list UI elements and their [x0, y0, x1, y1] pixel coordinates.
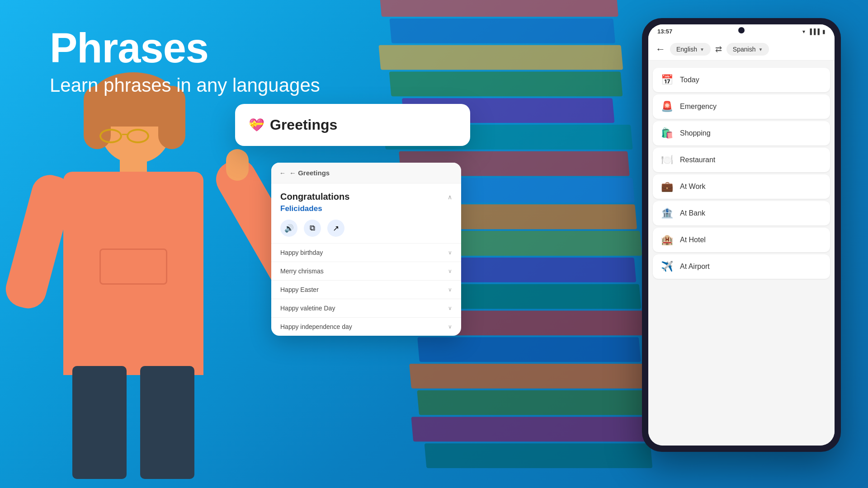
chevron-icon: ∨	[448, 324, 452, 330]
lang-from-label: English	[676, 46, 697, 53]
restaurant-label: Restaurant	[680, 156, 715, 164]
swap-languages-button[interactable]: ⇄	[715, 44, 722, 54]
chevron-icon: ∨	[448, 268, 452, 274]
emergency-icon: 🚨	[660, 101, 674, 113]
phone-nav-bar: ← English ▼ ⇄ Spanish ▼	[648, 38, 835, 61]
congratulations-section: Congratulations ∧ Felicidades 🔊 ⧉ ↗	[271, 183, 461, 243]
hero-text-area: Phrases Learn phrases in any languages	[50, 27, 320, 98]
expand-icon[interactable]: ∧	[448, 193, 452, 201]
phrase-actions: 🔊 ⧉ ↗	[280, 220, 452, 237]
list-item[interactable]: Merry chrismas ∨	[271, 262, 461, 280]
phrase-header-row: Congratulations ∧	[280, 192, 452, 202]
today-label: Today	[680, 76, 699, 84]
phone-screen: 13:57 ▾ ▐▐▐ ▮ ← English ▼ ⇄ Spanish ▼	[648, 24, 835, 446]
sound-button[interactable]: 🔊	[280, 220, 297, 237]
category-today[interactable]: 📅 Today	[653, 68, 830, 92]
at-airport-label: At Airport	[680, 263, 710, 271]
wifi-icon: ▾	[802, 28, 805, 35]
category-restaurant[interactable]: 🍽️ Restaurant	[653, 148, 830, 172]
phone-camera	[738, 27, 745, 33]
chevron-icon: ∨	[448, 305, 452, 311]
category-shopping[interactable]: 🛍️ Shopping	[653, 121, 830, 145]
sub-phrases-list: Happy birthday ∨ Merry chrismas ∨ Happy …	[271, 243, 461, 336]
list-item[interactable]: Happy Easter ∨	[271, 280, 461, 299]
phone-device: 13:57 ▾ ▐▐▐ ▮ ← English ▼ ⇄ Spanish ▼	[642, 18, 841, 452]
sub-phrase-label: Happy independence day	[280, 323, 352, 330]
card-back-arrow[interactable]: ←	[279, 169, 286, 177]
phrase-spanish: Felicidades	[280, 204, 452, 213]
category-emergency[interactable]: 🚨 Emergency	[653, 94, 830, 119]
at-bank-icon: 🏦	[660, 207, 674, 219]
lang-to-label: Spanish	[733, 46, 756, 53]
list-item[interactable]: Happy birthday ∨	[271, 243, 461, 262]
panel-title: 💝 Greetings	[249, 117, 457, 133]
card-header-label: ← Greetings	[289, 169, 330, 177]
at-bank-label: At Bank	[680, 209, 705, 217]
lang-to-dropdown-icon: ▼	[758, 47, 763, 52]
hero-subtitle: Learn phrases in any languages	[50, 73, 320, 98]
list-item[interactable]: Happy independence day ∨	[271, 317, 461, 336]
phrase-english: Congratulations	[280, 192, 349, 202]
category-at-hotel[interactable]: 🏨 At Hotel	[653, 228, 830, 252]
emergency-label: Emergency	[680, 103, 717, 111]
status-time: 13:57	[657, 28, 672, 35]
sub-phrase-label: Happy birthday	[280, 249, 323, 256]
phone-frame: 13:57 ▾ ▐▐▐ ▮ ← English ▼ ⇄ Spanish ▼	[642, 18, 841, 452]
language-from-pill[interactable]: English ▼	[670, 43, 711, 56]
at-hotel-label: At Hotel	[680, 236, 706, 244]
greetings-panel: 💝 Greetings	[235, 104, 470, 146]
at-work-icon: 💼	[660, 181, 674, 192]
status-icons: ▾ ▐▐▐ ▮	[802, 28, 826, 35]
shopping-label: Shopping	[680, 129, 711, 137]
greetings-detail-card: ← ← Greetings Congratulations ∧ Felicida…	[271, 163, 461, 336]
chevron-icon: ∨	[448, 286, 452, 293]
share-button[interactable]: ↗	[327, 220, 344, 237]
sub-phrase-label: Happy valetine Day	[280, 305, 335, 312]
at-hotel-icon: 🏨	[660, 234, 674, 246]
list-item[interactable]: Happy valetine Day ∨	[271, 299, 461, 317]
signal-icon: ▐▐▐	[808, 28, 820, 35]
lang-from-dropdown-icon: ▼	[700, 47, 704, 52]
greetings-panel-icon: 💝	[249, 117, 264, 132]
shopping-icon: 🛍️	[660, 127, 674, 139]
category-at-airport[interactable]: ✈️ At Airport	[653, 254, 830, 279]
language-to-pill[interactable]: Spanish ▼	[726, 43, 769, 56]
category-at-bank[interactable]: 🏦 At Bank	[653, 201, 830, 225]
person-illustration	[36, 59, 253, 488]
sub-phrase-label: Happy Easter	[280, 286, 319, 293]
restaurant-icon: 🍽️	[660, 154, 674, 166]
at-work-label: At Work	[680, 183, 706, 191]
sub-phrase-label: Merry chrismas	[280, 267, 324, 275]
category-at-work[interactable]: 💼 At Work	[653, 174, 830, 199]
categories-list: 📅 Today 🚨 Emergency 🛍️ Shopping 🍽️ Resta…	[648, 61, 835, 446]
back-button[interactable]: ←	[656, 43, 665, 55]
today-icon: 📅	[660, 74, 674, 86]
card-header: ← ← Greetings	[271, 163, 461, 183]
at-airport-icon: ✈️	[660, 261, 674, 272]
copy-button[interactable]: ⧉	[304, 220, 321, 237]
chevron-icon: ∨	[448, 249, 452, 256]
battery-icon: ▮	[822, 28, 826, 35]
hero-title: Phrases	[50, 27, 320, 69]
